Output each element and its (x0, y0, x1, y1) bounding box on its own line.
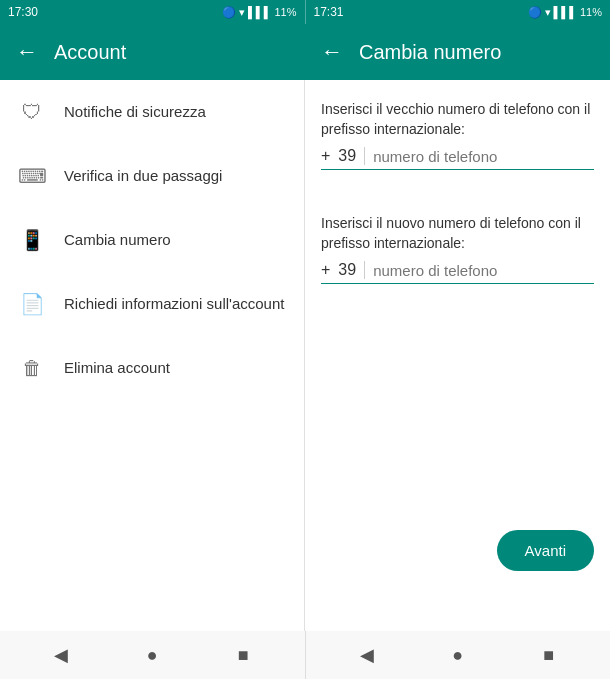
keyboard-icon: ⌨ (16, 160, 48, 192)
right-time: 17:31 (314, 5, 344, 19)
right-nav-bar: ◀ ● ■ (305, 631, 611, 679)
right-app-bar-title: Cambia numero (359, 41, 501, 64)
document-icon: 📄 (16, 288, 48, 320)
left-back-nav[interactable]: ◀ (41, 635, 81, 675)
new-phone-plus: + (321, 261, 330, 279)
status-bars: 17:30 🔵 ▾ ▌▌▌ 11% 17:31 🔵 ▾ ▌▌▌ 11% (0, 0, 610, 24)
app-bars: ← Account ← Cambia numero (0, 24, 610, 80)
menu-item-two-step[interactable]: ⌨ Verifica in due passaggi (0, 144, 304, 208)
bluetooth-icon-r: 🔵 (528, 6, 542, 19)
left-app-bar-title: Account (54, 41, 126, 64)
menu-label-request-info: Richiedi informazioni sull'account (64, 294, 284, 314)
new-number-desc: Inserisci il nuovo numero di telefono co… (321, 214, 594, 253)
left-time: 17:30 (8, 5, 38, 19)
left-app-bar: ← Account (0, 24, 305, 80)
menu-label-delete-account: Elimina account (64, 358, 170, 378)
menu-label-two-step: Verifica in due passaggi (64, 166, 222, 186)
menu-item-request-info[interactable]: 📄 Richiedi informazioni sull'account (0, 272, 304, 336)
new-number-section: Inserisci il nuovo numero di telefono co… (305, 194, 610, 308)
menu-label-change-number: Cambia numero (64, 230, 171, 250)
wifi-icon-r: ▾ (545, 6, 551, 19)
right-app-bar: ← Cambia numero (305, 24, 610, 80)
left-back-button[interactable]: ← (16, 39, 38, 65)
left-status-icons: 🔵 ▾ ▌▌▌ 11% (222, 6, 296, 19)
right-status-bar: 17:31 🔵 ▾ ▌▌▌ 11% (305, 0, 611, 24)
avanti-button[interactable]: Avanti (497, 530, 594, 571)
left-recents-nav[interactable]: ■ (223, 635, 263, 675)
phone-icon: 📱 (16, 224, 48, 256)
bluetooth-icon: 🔵 (222, 6, 236, 19)
menu-item-change-number[interactable]: 📱 Cambia numero (0, 208, 304, 272)
wifi-icon: ▾ (239, 6, 245, 19)
battery-icon: 11% (274, 6, 296, 18)
trash-icon: 🗑 (16, 352, 48, 384)
right-status-icons: 🔵 ▾ ▌▌▌ 11% (528, 6, 602, 19)
menu-item-security[interactable]: 🛡 Notifiche di sicurezza (0, 80, 304, 144)
old-number-section: Inserisci il vecchio numero di telefono … (305, 80, 610, 194)
shield-icon: 🛡 (16, 96, 48, 128)
right-back-nav[interactable]: ◀ (347, 635, 387, 675)
left-status-bar: 17:30 🔵 ▾ ▌▌▌ 11% (0, 0, 305, 24)
new-phone-input-row: + 39 (321, 261, 594, 284)
right-back-button[interactable]: ← (321, 39, 343, 65)
old-phone-input-row: + 39 (321, 147, 594, 170)
right-panel: Inserisci il vecchio numero di telefono … (305, 80, 610, 631)
menu-label-security: Notifiche di sicurezza (64, 102, 206, 122)
main-content: 🛡 Notifiche di sicurezza ⌨ Verifica in d… (0, 80, 610, 631)
new-phone-country-code: 39 (338, 261, 365, 279)
left-panel: 🛡 Notifiche di sicurezza ⌨ Verifica in d… (0, 80, 305, 631)
battery-icon-r: 11% (580, 6, 602, 18)
menu-item-delete-account[interactable]: 🗑 Elimina account (0, 336, 304, 400)
old-number-desc: Inserisci il vecchio numero di telefono … (321, 100, 594, 139)
right-home-nav[interactable]: ● (438, 635, 478, 675)
left-home-nav[interactable]: ● (132, 635, 172, 675)
old-phone-input[interactable] (373, 148, 594, 165)
signal-icon-r: ▌▌▌ (554, 6, 577, 18)
old-phone-plus: + (321, 147, 330, 165)
nav-bars: ◀ ● ■ ◀ ● ■ (0, 631, 610, 679)
new-phone-input[interactable] (373, 262, 594, 279)
old-phone-country-code: 39 (338, 147, 365, 165)
left-nav-bar: ◀ ● ■ (0, 631, 305, 679)
right-recents-nav[interactable]: ■ (529, 635, 569, 675)
signal-icon: ▌▌▌ (248, 6, 271, 18)
